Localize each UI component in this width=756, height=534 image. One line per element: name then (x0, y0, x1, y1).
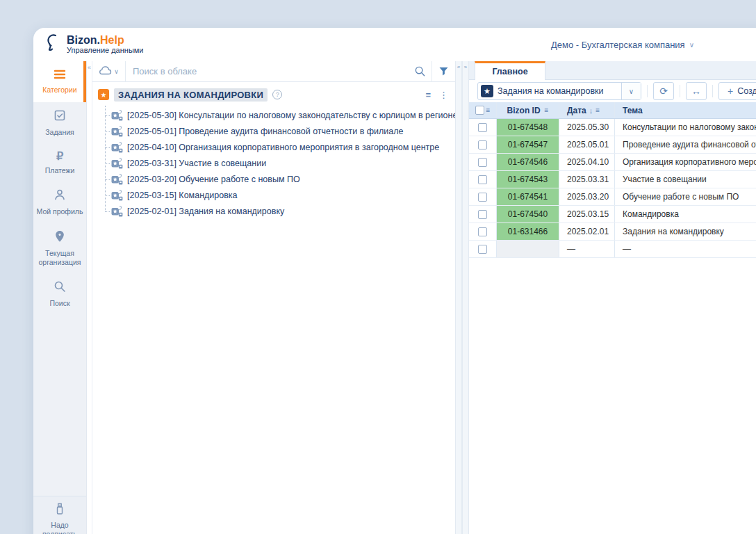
row-select-cell (469, 241, 497, 257)
table-panel: Главное ★ Задания на командировки ∨ ⟳ ↔ (469, 61, 756, 534)
row-checkbox[interactable] (478, 193, 487, 202)
row-checkbox[interactable] (478, 175, 487, 184)
task-node-icon (111, 206, 123, 217)
view-selector[interactable]: ★ Задания на командировки ∨ (477, 82, 641, 100)
row-id-cell (497, 241, 559, 257)
sidebar-item-search[interactable]: Поиск (33, 273, 86, 314)
tree-item[interactable]: [2025-05-30] Консультации по налоговому … (92, 107, 455, 123)
tree-item[interactable]: [2025-04-10] Организация корпоративного … (92, 139, 455, 155)
logo: Bizon.Help Управление данными (33, 33, 144, 56)
table-row[interactable]: 01-674546 2025.04.10 Организация корпора… (469, 154, 756, 171)
column-header-subject[interactable]: Тема (615, 102, 756, 118)
row-checkbox[interactable] (478, 140, 487, 149)
column-header-id[interactable]: Bizon ID ≡ (497, 102, 559, 118)
table-row[interactable]: 01-674547 2025.05.01 Проведение аудита ф… (469, 136, 756, 154)
tree-item-label: [2025-03-15] Командировка (127, 191, 238, 200)
sidebar-item-label: Текущая организация (35, 249, 84, 267)
sidebar-item-label: Платежи (45, 166, 75, 175)
app-window: Bizon.Help Управление данными Демо - Бух… (33, 28, 756, 534)
tree-panel: « ∨ (87, 61, 455, 534)
splitter-collapse-left[interactable]: « (455, 61, 462, 534)
task-node-icon (111, 126, 123, 137)
table-row[interactable]: 01-674548 2025.05.30 Консультации по нал… (469, 119, 756, 136)
app-title: Bizon.Help (67, 35, 144, 47)
tree-kebab-menu-icon[interactable]: ⋮ (439, 90, 448, 100)
table-row[interactable]: 01-674541 2025.03.20 Обучение работе с н… (469, 188, 756, 206)
tree-item[interactable]: [2025-05-01] Проведение аудита финансово… (92, 123, 455, 139)
row-date-cell: 2025.05.01 (559, 136, 615, 153)
collapse-left-icon: « (457, 64, 460, 70)
active-indicator (83, 61, 86, 102)
chevron-down-icon: ∨ (114, 68, 119, 75)
row-subject-cell: Организация корпоративного мероприятия в… (615, 154, 756, 170)
select-all-checkbox[interactable] (475, 106, 484, 115)
column-header-label: Тема (623, 106, 643, 115)
tree-item[interactable]: [2025-03-15] Командировка (92, 187, 455, 203)
tree-item[interactable]: [2025-03-31] Участие в совещании (92, 155, 455, 171)
row-date-cell: 2025.03.20 (559, 188, 615, 205)
row-checkbox[interactable] (478, 123, 487, 132)
toolbar-divider (712, 85, 713, 97)
usb-token-icon (55, 503, 65, 518)
row-checkbox[interactable] (478, 227, 487, 236)
sidebar-item-categories[interactable]: Категории (33, 61, 86, 102)
row-select-cell (469, 136, 497, 153)
tree-collapse-handle[interactable]: « (87, 61, 92, 534)
row-id-cell: 01-674541 (497, 188, 559, 205)
tab-main[interactable]: Главное (475, 61, 545, 80)
create-button-label: Создать (737, 86, 756, 96)
help-icon[interactable]: ? (272, 90, 282, 99)
row-select-cell (469, 188, 497, 205)
company-selector[interactable]: Демо - Бухгалтерская компания ∨ (551, 28, 694, 61)
row-select-cell (469, 171, 497, 188)
row-date-cell: 2025.03.15 (559, 206, 615, 222)
row-checkbox[interactable] (478, 245, 487, 254)
sidebar-item-tasks[interactable]: Задания (33, 102, 86, 143)
refresh-button[interactable]: ⟳ (653, 82, 674, 100)
cloud-search-bar: ∨ (92, 61, 455, 82)
filter-button[interactable] (432, 61, 455, 81)
sidebar-item-payments[interactable]: ₽ Платежи (33, 143, 86, 181)
task-node-icon (111, 174, 123, 185)
company-selector-label: Демо - Бухгалтерская компания (551, 40, 685, 50)
row-select-cell (469, 206, 497, 222)
toolbar-divider (680, 85, 680, 97)
column-header-date[interactable]: Дата ↓ ≡ (559, 102, 615, 118)
column-header-label: Дата (567, 106, 586, 115)
row-checkbox[interactable] (478, 210, 487, 219)
create-button[interactable]: + Создать (718, 82, 756, 100)
tree-item-label: [2025-03-20] Обучение работе с новым ПО (127, 175, 300, 184)
tree-list-view-icon[interactable]: ≡ (425, 90, 431, 100)
collapse-right-icon: » (464, 64, 467, 70)
cloud-search-input[interactable] (126, 66, 408, 76)
sidebar-item-profile[interactable]: Мой профиль (33, 181, 86, 222)
column-header-label: Bizon ID (507, 106, 541, 115)
tree-category-title[interactable]: ЗАДАНИЯ НА КОМАНДИРОВКИ (114, 88, 268, 102)
search-submit-button[interactable] (408, 61, 432, 81)
expand-width-button[interactable]: ↔ (686, 82, 707, 100)
cloud-source-selector[interactable]: ∨ (92, 61, 126, 81)
column-menu-icon: ≡ (545, 106, 549, 114)
table-row[interactable]: 01-674543 2025.03.31 Участие в совещании (469, 171, 756, 188)
profile-icon (54, 188, 66, 204)
tree-item[interactable]: [2025-02-01] Задания на командировку (92, 203, 455, 219)
row-subject-cell: Командировка (615, 206, 756, 222)
row-subject-cell: Обучение работе с новым ПО (615, 188, 756, 205)
plus-icon: + (728, 86, 733, 97)
horizontal-arrows-icon: ↔ (691, 86, 701, 97)
row-checkbox[interactable] (478, 158, 487, 167)
sidebar-item-need-sign[interactable]: Надо подписать (33, 496, 86, 534)
table-row[interactable]: 01-631466 2025.02.01 Задания на командир… (469, 223, 756, 241)
task-node-icon (111, 142, 123, 153)
collapse-left-icon: « (88, 64, 91, 71)
select-all-header[interactable]: ≡ (469, 102, 497, 118)
sidebar: Категории Задания ₽ Платежи Мой профиль (33, 61, 87, 534)
table-row[interactable]: 01-674540 2025.03.15 Командировка (469, 206, 756, 223)
tree-item[interactable]: [2025-03-20] Обучение работе с новым ПО (92, 171, 455, 187)
view-selector-value: Задания на командировки (498, 86, 621, 96)
column-menu-icon: ≡ (595, 106, 600, 114)
splitter-collapse-right[interactable]: » (462, 61, 469, 534)
table-row[interactable]: — — (469, 241, 756, 258)
sidebar-item-organization[interactable]: Текущая организация (33, 223, 86, 273)
tab-strip: Главное (469, 61, 756, 80)
